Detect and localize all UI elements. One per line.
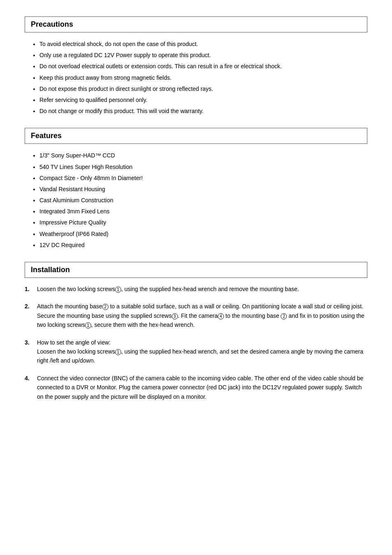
- list-item: Integrated 3mm Fixed Lens: [39, 206, 367, 217]
- list-item: Impressive Picture Quality: [39, 217, 367, 228]
- list-item: Cast Aluminium Construction: [39, 195, 367, 206]
- installation-step: 1.Loosen the two locking screws1, using …: [25, 284, 367, 294]
- installation-step: 4.Connect the video connector (BNC) of t…: [25, 374, 367, 401]
- features-section: Features 1/3" Sony Super-HAD™ CCD540 TV …: [25, 128, 367, 250]
- installation-header: Installation: [25, 262, 367, 278]
- list-item: Refer servicing to qualified personnel o…: [39, 95, 367, 105]
- step-number: 2.: [25, 302, 37, 311]
- list-item: 12V DC Required: [39, 240, 367, 250]
- list-item: Compact Size - Only 48mm In Diameter!: [39, 173, 367, 183]
- list-item: To avoid electrical shock, do not open t…: [39, 39, 367, 49]
- circled-number: 1: [85, 322, 91, 328]
- precautions-header: Precautions: [25, 16, 367, 32]
- circled-number: 4: [218, 313, 224, 319]
- circled-number: 1: [115, 349, 121, 355]
- list-item: Vandal Resistant Housing: [39, 184, 367, 194]
- features-list: 1/3" Sony Super-HAD™ CCD540 TV Lines Sup…: [25, 150, 367, 250]
- installation-section: Installation 1.Loosen the two locking sc…: [25, 262, 367, 401]
- page-content: Precautions To avoid electrical shock, d…: [25, 16, 367, 401]
- circled-number: 2: [281, 313, 287, 319]
- step-content: Loosen the two locking screws1, using th…: [37, 284, 367, 294]
- list-item: 540 TV Lines Super High Resolution: [39, 162, 367, 172]
- list-item: Do not change or modify this product. Th…: [39, 106, 367, 116]
- step-number: 4.: [25, 374, 37, 383]
- precautions-section: Precautions To avoid electrical shock, d…: [25, 16, 367, 116]
- installation-step: 3.How to set the angle of view:Loosen th…: [25, 338, 367, 365]
- list-item: Do not overload electrical outlets or ex…: [39, 61, 367, 72]
- circled-number: 2: [102, 304, 108, 310]
- precautions-list: To avoid electrical shock, do not open t…: [25, 39, 367, 116]
- precautions-title: Precautions: [31, 20, 361, 29]
- list-item: Do not expose this product in direct sun…: [39, 84, 367, 94]
- step-number: 1.: [25, 284, 37, 294]
- step-content: Attach the mounting base2 to a suitable …: [37, 302, 367, 329]
- list-item: Only use a regulated DC 12V Power supply…: [39, 50, 367, 60]
- step-number: 3.: [25, 338, 37, 347]
- step-content: Connect the video connector (BNC) of the…: [37, 374, 367, 401]
- features-title: Features: [31, 132, 361, 140]
- circled-number: 3: [172, 313, 178, 319]
- features-header: Features: [25, 128, 367, 144]
- list-item: Weatherproof (IP66 Rated): [39, 229, 367, 239]
- installation-title: Installation: [31, 266, 361, 274]
- list-item: 1/3" Sony Super-HAD™ CCD: [39, 150, 367, 161]
- circled-number: 1: [115, 287, 121, 293]
- installation-step: 2.Attach the mounting base2 to a suitabl…: [25, 302, 367, 329]
- list-item: Keep this product away from strong magne…: [39, 73, 367, 83]
- step-content: How to set the angle of view:Loosen the …: [37, 338, 367, 365]
- installation-list: 1.Loosen the two locking screws1, using …: [25, 284, 367, 401]
